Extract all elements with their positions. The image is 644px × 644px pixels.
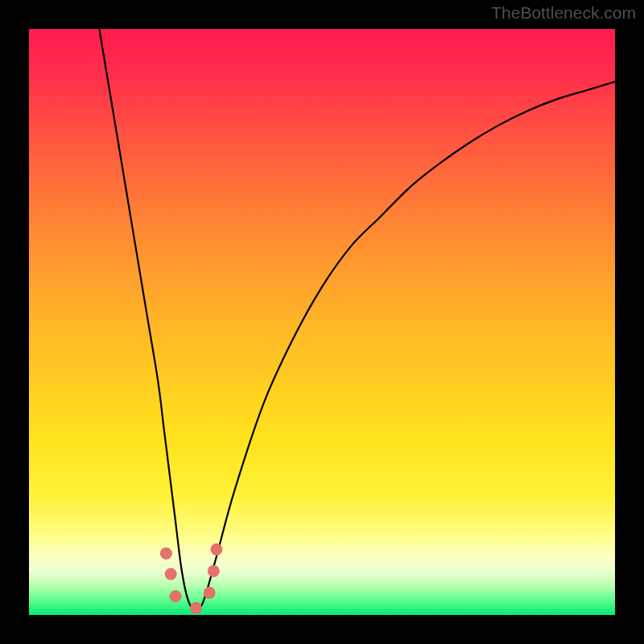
marker-dot bbox=[210, 543, 222, 555]
chart-svg bbox=[29, 29, 615, 615]
plot-area bbox=[29, 29, 615, 615]
marker-dot bbox=[165, 568, 177, 580]
marker-dot bbox=[204, 587, 216, 599]
bottleneck-curve bbox=[99, 29, 615, 610]
marker-dot bbox=[190, 602, 202, 614]
watermark-text: TheBottleneck.com bbox=[491, 3, 636, 23]
marker-dot bbox=[170, 590, 182, 602]
optimal-range-markers bbox=[160, 543, 223, 614]
marker-dot bbox=[160, 547, 172, 559]
marker-dot bbox=[208, 565, 220, 577]
outer-frame: TheBottleneck.com bbox=[0, 0, 644, 644]
